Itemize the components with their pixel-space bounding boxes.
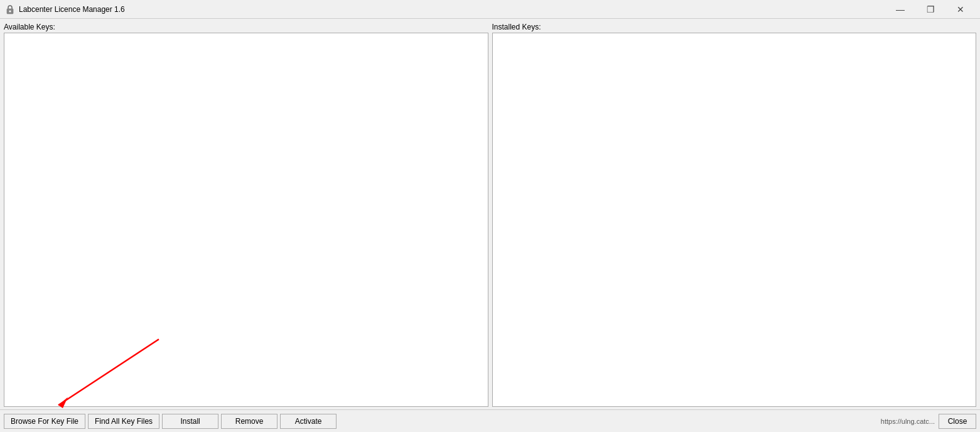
panels-row: Available Keys: Installed Keys: bbox=[0, 19, 980, 409]
maximize-button[interactable]: ❐ bbox=[916, 0, 945, 19]
installed-keys-label: Installed Keys: bbox=[492, 23, 977, 31]
window-controls: — ❐ ✕ bbox=[886, 0, 975, 19]
panels-wrapper: Available Keys: Installed Keys: bbox=[0, 19, 980, 409]
bottom-bar: Browse For Key File Find All Key Files I… bbox=[0, 409, 980, 432]
minimize-button[interactable]: — bbox=[886, 0, 915, 19]
activate-button[interactable]: Activate bbox=[280, 414, 337, 429]
remove-button[interactable]: Remove bbox=[221, 414, 277, 429]
bottom-left-buttons: Browse For Key File Find All Key Files I… bbox=[4, 414, 337, 429]
window-title: Labcenter Licence Manager 1.6 bbox=[19, 5, 125, 14]
close-button[interactable]: Close bbox=[939, 414, 976, 429]
main-content: Available Keys: Installed Keys: Browse F… bbox=[0, 19, 980, 432]
browse-for-key-file-button[interactable]: Browse For Key File bbox=[4, 414, 85, 429]
close-window-button[interactable]: ✕ bbox=[946, 0, 975, 19]
installed-keys-list[interactable] bbox=[492, 33, 977, 407]
status-text: https://ulng.catc... bbox=[881, 418, 935, 425]
find-all-key-files-button[interactable]: Find All Key Files bbox=[88, 414, 159, 429]
title-bar: Labcenter Licence Manager 1.6 — ❐ ✕ bbox=[0, 0, 980, 19]
install-button[interactable]: Install bbox=[162, 414, 218, 429]
installed-keys-panel: Installed Keys: bbox=[492, 23, 977, 407]
available-keys-list[interactable] bbox=[4, 33, 488, 407]
title-bar-left: Labcenter Licence Manager 1.6 bbox=[5, 4, 125, 14]
svg-point-1 bbox=[9, 10, 11, 12]
available-keys-panel: Available Keys: bbox=[4, 23, 488, 407]
available-keys-label: Available Keys: bbox=[4, 23, 488, 31]
app-icon bbox=[5, 4, 15, 14]
bottom-right-area: https://ulng.catc... Close bbox=[881, 414, 976, 429]
